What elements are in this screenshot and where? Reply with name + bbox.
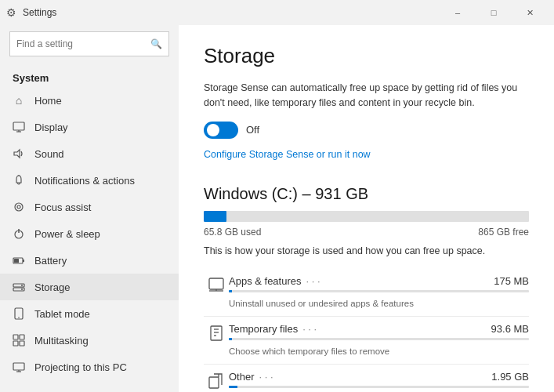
sidebar-item-label: Home (34, 95, 62, 107)
svg-point-6 (17, 205, 20, 209)
sidebar-item-label: Display (34, 122, 68, 133)
temp-bar (229, 338, 529, 340)
svg-rect-19 (20, 335, 24, 339)
other-content: Other · · · 1.95 GB Manage other large f… (229, 371, 529, 393)
storage-description: This is how your storage is used and how… (204, 245, 529, 256)
storage-icon (13, 281, 25, 293)
sidebar-item-label: Battery (34, 255, 67, 267)
app-container: 🔍 System ⌂ Home Display (0, 25, 554, 392)
storage-item-other[interactable]: Other · · · 1.95 GB Manage other large f… (204, 365, 529, 393)
sound-icon (13, 147, 25, 160)
toggle-row: Off (204, 122, 529, 139)
storage-bar-used (204, 211, 226, 222)
apps-bar (229, 290, 529, 292)
svg-rect-30 (209, 377, 219, 388)
sidebar-item-notifications[interactable]: Notifications & actions (0, 167, 179, 194)
sidebar-item-focus[interactable]: Focus assist (0, 194, 179, 220)
sidebar-item-home[interactable]: ⌂ Home (0, 87, 179, 114)
power-icon (13, 227, 25, 240)
battery-icon (13, 254, 25, 267)
svg-rect-22 (13, 363, 24, 370)
apps-name: Apps & features (229, 275, 302, 287)
sidebar-item-multitasking[interactable]: Multitasking (0, 327, 179, 354)
temp-dots: · · · (302, 323, 317, 335)
home-icon: ⌂ (13, 94, 25, 107)
sidebar-item-label: Tablet mode (34, 308, 90, 320)
apps-icon (204, 277, 229, 294)
svg-point-5 (15, 203, 23, 211)
temp-header: Temporary files · · · 93.6 MB (229, 323, 529, 335)
temp-name: Temporary files (229, 323, 298, 335)
sidebar-item-power[interactable]: Power & sleep (0, 220, 179, 247)
drive-title: Windows (C:) – 931 GB (204, 185, 529, 203)
focus-icon (13, 201, 25, 213)
search-icon: 🔍 (150, 38, 162, 49)
sidebar-item-projecting[interactable]: Projecting to this PC (0, 354, 179, 380)
projecting-icon (13, 361, 25, 373)
svg-point-15 (21, 289, 23, 290)
sidebar-item-label: Sound (34, 148, 64, 160)
sidebar-item-battery[interactable]: Battery (0, 247, 179, 274)
configure-link[interactable]: Configure Storage Sense or run it now (204, 149, 371, 160)
other-name: Other (229, 371, 255, 383)
storage-item-temp[interactable]: Temporary files · · · 93.6 MB Choose whi… (204, 317, 529, 365)
page-title: Storage (204, 44, 529, 68)
apps-size: 175 MB (481, 275, 529, 287)
sidebar-item-sound[interactable]: Sound (0, 140, 179, 167)
multitasking-icon (13, 334, 25, 347)
tablet-icon (13, 307, 25, 320)
title-bar-left: ⚙ Settings (6, 6, 56, 19)
svg-rect-20 (13, 341, 18, 346)
minimize-button[interactable]: – (440, 0, 476, 25)
sidebar-item-label: Focus assist (34, 201, 91, 213)
sidebar-item-storage[interactable]: Storage (0, 274, 179, 300)
search-input[interactable] (16, 38, 150, 49)
sidebar-item-label: Storage (34, 281, 71, 293)
other-icon (204, 372, 229, 390)
sidebar: 🔍 System ⌂ Home Display (0, 25, 179, 392)
maximize-button[interactable]: □ (476, 0, 512, 25)
svg-rect-0 (13, 122, 24, 130)
other-bar (229, 386, 529, 388)
sidebar-item-display[interactable]: Display (0, 114, 179, 140)
storage-sense-toggle[interactable] (204, 122, 238, 139)
temp-sub: Choose which temporary files to remove (229, 347, 389, 356)
drive-section: Windows (C:) – 931 GB 65.8 GB used 865 G… (204, 185, 529, 393)
sidebar-item-tablet[interactable]: Tablet mode (0, 300, 179, 327)
apps-dots: · · · (306, 275, 320, 287)
other-dots: · · · (259, 371, 273, 383)
storage-item-apps[interactable]: Apps & features · · · 175 MB Uninstall u… (204, 269, 529, 317)
sidebar-item-label: Projecting to this PC (34, 361, 127, 373)
free-label: 865 GB free (478, 227, 529, 238)
apps-header: Apps & features · · · 175 MB (229, 275, 529, 287)
svg-marker-3 (14, 150, 20, 158)
apps-sub: Uninstall unused or undesired apps & fea… (229, 299, 414, 308)
other-header: Other · · · 1.95 GB (229, 371, 529, 383)
temp-content: Temporary files · · · 93.6 MB Choose whi… (229, 323, 529, 358)
svg-rect-21 (20, 341, 24, 346)
display-icon (13, 121, 25, 133)
settings-icon: ⚙ (6, 6, 16, 19)
title-bar: ⚙ Settings – □ ✕ (0, 0, 554, 25)
svg-rect-11 (14, 259, 19, 263)
temp-size: 93.6 MB (479, 323, 529, 335)
used-label: 65.8 GB used (204, 227, 261, 238)
notifications-icon (13, 174, 25, 187)
sidebar-item-label: Multitasking (34, 335, 89, 347)
toggle-label: Off (246, 124, 259, 136)
storage-sense-description: Storage Sense can automatically free up … (204, 81, 529, 111)
storage-bar-labels: 65.8 GB used 865 GB free (204, 227, 529, 238)
temp-icon (204, 325, 229, 342)
temp-bar-fill (229, 338, 232, 340)
search-box[interactable]: 🔍 (9, 31, 169, 56)
close-button[interactable]: ✕ (512, 0, 548, 25)
apps-bar-fill (229, 290, 232, 292)
other-size: 1.95 GB (479, 371, 529, 383)
sidebar-item-label: Power & sleep (34, 228, 100, 240)
svg-rect-26 (209, 278, 223, 289)
svg-point-17 (18, 317, 20, 318)
svg-point-14 (21, 285, 23, 286)
apps-content: Apps & features · · · 175 MB Uninstall u… (229, 275, 529, 310)
svg-rect-10 (23, 260, 24, 262)
storage-bar-container (204, 211, 529, 222)
